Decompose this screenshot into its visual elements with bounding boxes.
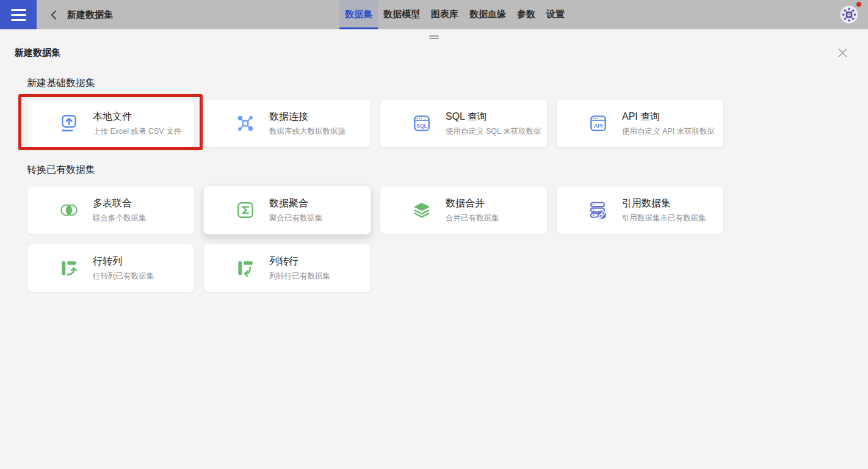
link-server-icon: [588, 200, 609, 220]
card-data-connection[interactable]: 数据连接数据库或大数据数据源: [203, 99, 371, 148]
window-title: 新建数据集: [67, 9, 113, 21]
card-title: 本地文件: [93, 111, 181, 123]
api-icon: API: [588, 113, 609, 134]
card-subtitle: 行转列已有数据集: [93, 271, 154, 282]
section-0: 新建基础数据集本地文件上传 Excel 或者 CSV 文件数据连接数据库或大数据…: [0, 77, 868, 148]
card-subtitle: 上传 Excel 或者 CSV 文件: [93, 126, 181, 137]
tab-settings[interactable]: 设置: [541, 0, 570, 29]
card-grid: 本地文件上传 Excel 或者 CSV 文件数据连接数据库或大数据数据源SQLS…: [27, 99, 735, 148]
card-subtitle: 合并已有数据集: [446, 213, 499, 224]
modal-title: 新建数据集: [15, 47, 60, 59]
chevron-left-icon: [49, 10, 59, 20]
card-title: 引用数据集: [622, 197, 706, 210]
card-title: 多表联合: [93, 197, 146, 210]
sigma-icon: [235, 200, 256, 220]
card-subtitle: 数据库或大数据数据源: [269, 126, 345, 137]
card-subtitle: 聚合已有数据集: [269, 213, 323, 224]
hamburger-menu-button[interactable]: [0, 0, 37, 29]
card-title: 列转行: [269, 255, 330, 268]
new-dataset-modal: 新建数据集 新建基础数据集本地文件上传 Excel 或者 CSV 文件数据连接数…: [0, 29, 868, 469]
rows-to-columns-icon: [59, 258, 79, 278]
app-window: 新建数据集 数据集数据模型图表库数据血缘参数设置 新建数据集 新建基: [0, 0, 868, 469]
avatar-icon: [839, 4, 859, 25]
card-subtitle: 使用自定义 API 来获取数据: [622, 126, 715, 137]
notification-dot: [856, 2, 861, 7]
section-1: 转换已有数据集多表联合联合多个数据集数据聚合聚合已有数据集数据合并合并已有数据集…: [0, 164, 868, 293]
tab-data-model[interactable]: 数据模型: [378, 0, 425, 29]
network-icon: [235, 113, 256, 134]
card-title: 数据合并: [446, 197, 499, 210]
user-avatar[interactable]: [839, 4, 859, 25]
card-api-query[interactable]: APIAPI 查询使用自定义 API 来获取数据: [556, 99, 724, 148]
card-local-file[interactable]: 本地文件上传 Excel 或者 CSV 文件: [27, 99, 195, 148]
sql-icon: SQL: [411, 113, 432, 134]
back-button[interactable]: [46, 7, 61, 22]
tab-parameters[interactable]: 参数: [512, 0, 541, 29]
card-subtitle: 引用数据集市已有数据集: [622, 213, 706, 224]
section-title: 转换已有数据集: [27, 164, 868, 176]
dataset-options: 新建基础数据集本地文件上传 Excel 或者 CSV 文件数据连接数据库或大数据…: [0, 77, 868, 293]
drag-handle[interactable]: [428, 34, 441, 41]
hamburger-icon: [11, 9, 26, 11]
card-sql-query[interactable]: SQLSQL 查询使用自定义 SQL 来获取数据: [380, 99, 548, 148]
card-data-aggregation[interactable]: 数据聚合聚合已有数据集: [203, 186, 371, 234]
card-columns-to-rows[interactable]: 列转行列转行已有数据集: [203, 244, 371, 293]
card-subtitle: 使用自定义 SQL 来获取数据: [446, 126, 541, 137]
upload-icon: [59, 113, 79, 134]
tab-dataset[interactable]: 数据集: [339, 0, 378, 29]
close-icon: [836, 46, 850, 60]
card-grid: 多表联合联合多个数据集数据聚合聚合已有数据集数据合并合并已有数据集引用数据集引用…: [27, 186, 735, 293]
card-title: 行转列: [93, 255, 154, 268]
columns-to-rows-icon: [235, 258, 256, 278]
top-bar: 新建数据集 数据集数据模型图表库数据血缘参数设置: [0, 0, 868, 29]
close-button[interactable]: [835, 45, 850, 60]
svg-text:API: API: [594, 123, 602, 129]
card-title: 数据聚合: [269, 197, 323, 210]
card-multi-table-union[interactable]: 多表联合联合多个数据集: [27, 186, 195, 234]
card-title: 数据连接: [269, 111, 345, 123]
tab-data-lineage[interactable]: 数据血缘: [464, 0, 512, 29]
card-title: SQL 查询: [446, 111, 541, 123]
card-data-merge[interactable]: 数据合并合并已有数据集: [380, 186, 548, 234]
section-title: 新建基础数据集: [27, 77, 868, 90]
svg-text:SQL: SQL: [416, 123, 427, 129]
tab-chart-library[interactable]: 图表库: [425, 0, 464, 29]
venn-icon: [59, 200, 79, 220]
card-title: API 查询: [622, 111, 715, 123]
card-rows-to-columns[interactable]: 行转列行转列已有数据集: [27, 244, 195, 293]
card-subtitle: 联合多个数据集: [93, 213, 146, 224]
card-subtitle: 列转行已有数据集: [269, 271, 330, 282]
nav-tabs: 数据集数据模型图表库数据血缘参数设置: [339, 0, 570, 29]
card-reference-dataset[interactable]: 引用数据集引用数据集市已有数据集: [556, 186, 724, 234]
layers-icon: [411, 200, 432, 220]
